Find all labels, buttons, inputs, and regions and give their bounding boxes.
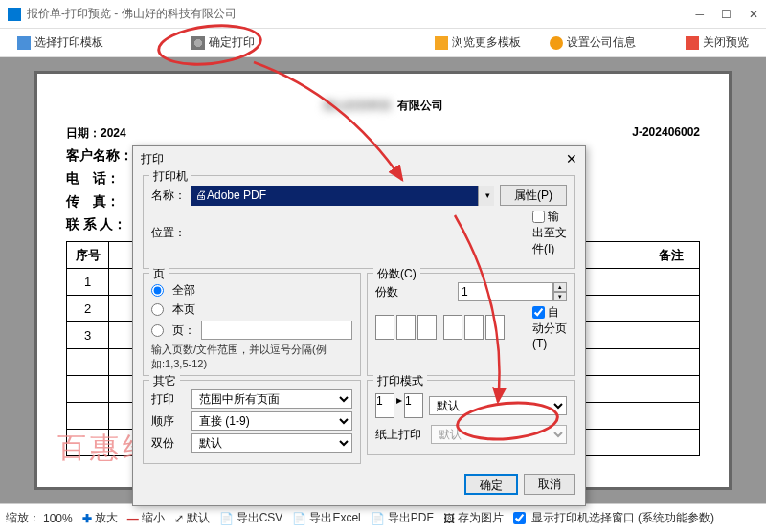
- location-label: 位置：: [151, 225, 186, 241]
- maximize-icon[interactable]: ☐: [721, 8, 732, 21]
- mode-group: 打印模式 1▸1 默认 纸上打印默认: [367, 380, 575, 455]
- print-range-select[interactable]: 范围中所有页面: [192, 389, 352, 409]
- minimize-icon[interactable]: ─: [695, 8, 704, 21]
- dialog-title: 打印: [141, 151, 164, 167]
- output-to-file-checkbox[interactable]: 输出至文件(I): [532, 209, 567, 257]
- window-title: 报价单-打印预览 - 佛山好的科技有限公司: [27, 6, 695, 22]
- print-dialog: 打印 ✕ 打印机 名称： 🖨 Adobe PDF▾ 属性(P) 位置： 输出至文…: [132, 145, 586, 506]
- show-printer-checkbox[interactable]: 显示打印机选择窗口 (系统功能参数): [513, 510, 714, 526]
- pages-hint: 输入页数/文件范围，并以逗号分隔(例如:1,3,5-12): [151, 343, 352, 371]
- copies-group: 份数(C) 份数 ▴▾ 自动分页(T): [367, 273, 575, 376]
- save-image-button[interactable]: 🖼存为图片: [443, 510, 504, 526]
- collate-checkbox[interactable]: 自动分页(T): [532, 304, 567, 350]
- folder-icon: [435, 36, 448, 50]
- close-icon[interactable]: ✕: [749, 8, 758, 21]
- page-group: 页 全部 本页 页： 输入页数/文件范围，并以逗号分隔(例如:1,3,5-12): [143, 273, 361, 376]
- chevron-down-icon: ▾: [485, 190, 490, 200]
- properties-button[interactable]: 属性(P): [500, 185, 567, 206]
- select-template-button[interactable]: 选择打印模板: [11, 33, 109, 53]
- printer-name-label: 名称：: [151, 188, 186, 204]
- opt-all[interactable]: 全部: [151, 282, 352, 299]
- zoom-default-button[interactable]: ⤢默认: [174, 510, 210, 526]
- mode-select[interactable]: 默认: [429, 396, 567, 415]
- opt-current[interactable]: 本页: [151, 301, 352, 318]
- export-csv-button[interactable]: 📄导出CSV: [219, 510, 283, 526]
- template-icon: [17, 36, 31, 50]
- close-preview-icon: [686, 36, 699, 50]
- plus-icon: ✚: [82, 512, 92, 525]
- col-no: 序号: [67, 242, 109, 269]
- zoom-label: 缩放：100%: [6, 510, 73, 526]
- confirm-print-button[interactable]: 确定打印: [186, 33, 260, 53]
- printer-icon: [192, 36, 205, 50]
- paper-select[interactable]: 默认: [431, 425, 567, 444]
- date-label: 日期：2024: [66, 125, 126, 142]
- mode-preview-icon: 1▸1: [375, 393, 423, 418]
- printer-group: 打印机 名称： 🖨 Adobe PDF▾ 属性(P) 位置： 输出至文件(I): [143, 175, 575, 269]
- window-controls: ─ ☐ ✕: [695, 8, 758, 21]
- status-bar: 缩放：100% ✚放大 —缩小 ⤢默认 📄导出CSV 📄导出Excel 📄导出P…: [0, 503, 766, 532]
- copies-stepper[interactable]: ▴▾: [458, 282, 567, 301]
- duplex-select[interactable]: 默认: [192, 433, 352, 453]
- export-pdf-button[interactable]: 📄导出PDF: [371, 510, 434, 526]
- gear-icon: [550, 36, 563, 50]
- zoom-in-button[interactable]: ✚放大: [82, 510, 118, 526]
- other-group: 其它 打印范围中所有页面 顺序直接 (1-9) 双份默认: [143, 380, 361, 464]
- company-info-button[interactable]: 设置公司信息: [544, 33, 642, 53]
- pages-input[interactable]: [201, 321, 352, 340]
- app-icon: [8, 8, 21, 21]
- export-excel-button[interactable]: 📄导出Excel: [292, 510, 360, 526]
- minus-icon: —: [127, 512, 139, 525]
- dialog-close-icon[interactable]: ✕: [566, 151, 577, 166]
- main-toolbar: 选择打印模板 确定打印 浏览更多模板 设置公司信息 关闭预览: [0, 29, 766, 57]
- company-heading: 佛山好的科技 有限公司: [66, 87, 700, 116]
- dialog-titlebar: 打印 ✕: [133, 146, 585, 171]
- printer-select[interactable]: 🖨 Adobe PDF▾: [192, 186, 494, 206]
- opt-pages[interactable]: 页：: [151, 321, 352, 340]
- order-select[interactable]: 直接 (1-9): [192, 411, 352, 431]
- zoom-out-button[interactable]: —缩小: [127, 510, 165, 526]
- window-titlebar: 报价单-打印预览 - 佛山好的科技有限公司 ─ ☐ ✕: [0, 0, 766, 29]
- collate-preview-icon: [375, 315, 505, 340]
- ok-button[interactable]: 确定: [464, 474, 518, 495]
- cancel-button[interactable]: 取消: [524, 474, 575, 495]
- bill-no: J-202406002: [632, 125, 700, 142]
- close-preview-button[interactable]: 关闭预览: [680, 33, 755, 53]
- col-remark: 备注: [642, 242, 700, 269]
- more-templates-button[interactable]: 浏览更多模板: [429, 33, 527, 53]
